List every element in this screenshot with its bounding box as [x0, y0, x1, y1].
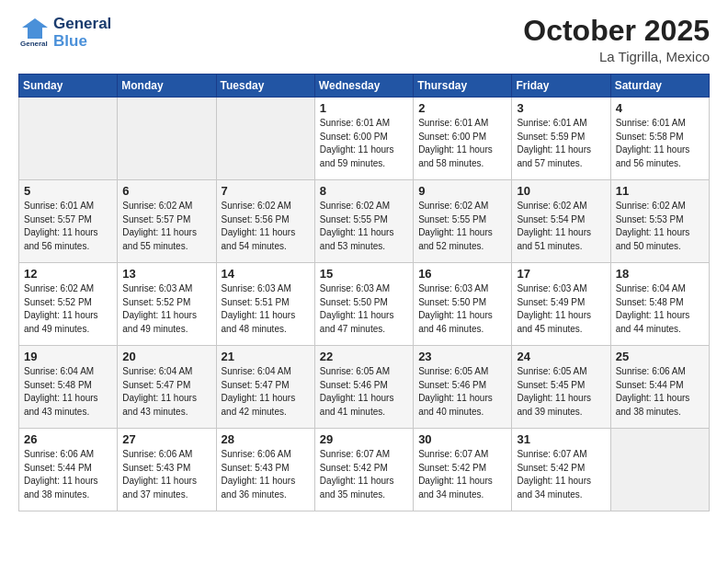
day-info: Sunrise: 6:01 AMSunset: 6:00 PMDaylight:… — [418, 117, 506, 170]
day-number: 31 — [517, 432, 605, 446]
day-number: 5 — [24, 184, 112, 198]
day-info: Sunrise: 6:03 AMSunset: 5:50 PMDaylight:… — [320, 282, 408, 336]
calendar-cell: 22Sunrise: 6:05 AMSunset: 5:46 PMDayligh… — [314, 346, 413, 429]
calendar-cell: 19Sunrise: 6:04 AMSunset: 5:48 PMDayligh… — [19, 346, 118, 429]
calendar-cell: 21Sunrise: 6:04 AMSunset: 5:47 PMDayligh… — [216, 346, 314, 429]
day-info: Sunrise: 6:04 AMSunset: 5:48 PMDaylight:… — [24, 365, 112, 419]
day-number: 13 — [122, 267, 210, 281]
calendar-cell: 8Sunrise: 6:02 AMSunset: 5:55 PMDaylight… — [314, 180, 413, 263]
logo: General General Blue — [18, 15, 111, 52]
calendar-cell: 2Sunrise: 6:01 AMSunset: 6:00 PMDaylight… — [414, 98, 512, 180]
page: General General Blue October 2025 La Tig… — [0, 0, 728, 563]
logo-icon: General — [18, 15, 51, 48]
day-number: 4 — [616, 101, 704, 115]
day-number: 26 — [24, 432, 112, 446]
header-day-saturday: Saturday — [610, 75, 709, 98]
day-info: Sunrise: 6:02 AMSunset: 5:57 PMDaylight:… — [122, 200, 210, 253]
calendar-cell: 16Sunrise: 6:03 AMSunset: 5:50 PMDayligh… — [414, 263, 512, 346]
day-info: Sunrise: 6:01 AMSunset: 5:58 PMDaylight:… — [616, 117, 704, 170]
title-block: October 2025 La Tigrilla, Mexico — [523, 15, 710, 64]
header: General General Blue October 2025 La Tig… — [18, 15, 710, 64]
header-day-wednesday: Wednesday — [314, 75, 413, 98]
calendar-cell — [118, 98, 216, 180]
day-info: Sunrise: 6:02 AMSunset: 5:55 PMDaylight:… — [418, 200, 506, 253]
calendar-cell: 3Sunrise: 6:01 AMSunset: 5:59 PMDaylight… — [512, 98, 610, 180]
day-info: Sunrise: 6:06 AMSunset: 5:43 PMDaylight:… — [122, 448, 210, 501]
calendar-cell: 31Sunrise: 6:07 AMSunset: 5:42 PMDayligh… — [512, 429, 610, 511]
day-number: 15 — [320, 267, 408, 281]
day-info: Sunrise: 6:04 AMSunset: 5:47 PMDaylight:… — [222, 365, 310, 419]
day-number: 24 — [517, 350, 605, 363]
day-number: 14 — [222, 267, 310, 281]
header-day-tuesday: Tuesday — [216, 75, 314, 98]
day-number: 3 — [517, 101, 605, 115]
header-day-thursday: Thursday — [414, 75, 512, 98]
day-number: 16 — [418, 267, 506, 281]
day-number: 11 — [616, 184, 704, 198]
day-number: 28 — [222, 432, 310, 446]
calendar-cell: 24Sunrise: 6:05 AMSunset: 5:45 PMDayligh… — [512, 346, 610, 429]
day-number: 12 — [24, 267, 112, 281]
day-number: 6 — [122, 184, 210, 198]
calendar-cell: 1Sunrise: 6:01 AMSunset: 6:00 PMDaylight… — [314, 98, 413, 180]
day-number: 21 — [222, 350, 310, 363]
day-info: Sunrise: 6:06 AMSunset: 5:44 PMDaylight:… — [24, 448, 112, 501]
calendar-cell: 18Sunrise: 6:04 AMSunset: 5:48 PMDayligh… — [610, 263, 709, 346]
calendar-cell: 23Sunrise: 6:05 AMSunset: 5:46 PMDayligh… — [414, 346, 512, 429]
location: La Tigrilla, Mexico — [523, 49, 710, 64]
calendar-cell: 27Sunrise: 6:06 AMSunset: 5:43 PMDayligh… — [118, 429, 216, 511]
day-number: 10 — [517, 184, 605, 198]
calendar-cell: 30Sunrise: 6:07 AMSunset: 5:42 PMDayligh… — [414, 429, 512, 511]
day-info: Sunrise: 6:01 AMSunset: 5:57 PMDaylight:… — [24, 200, 112, 253]
day-info: Sunrise: 6:02 AMSunset: 5:52 PMDaylight:… — [24, 282, 112, 336]
day-info: Sunrise: 6:03 AMSunset: 5:50 PMDaylight:… — [418, 282, 506, 336]
calendar-cell: 12Sunrise: 6:02 AMSunset: 5:52 PMDayligh… — [19, 263, 118, 346]
calendar-cell: 25Sunrise: 6:06 AMSunset: 5:44 PMDayligh… — [610, 346, 709, 429]
day-info: Sunrise: 6:02 AMSunset: 5:56 PMDaylight:… — [222, 200, 310, 253]
calendar-cell: 4Sunrise: 6:01 AMSunset: 5:58 PMDaylight… — [610, 98, 709, 180]
calendar-cell: 17Sunrise: 6:03 AMSunset: 5:49 PMDayligh… — [512, 263, 610, 346]
day-info: Sunrise: 6:06 AMSunset: 5:43 PMDaylight:… — [222, 448, 310, 501]
day-info: Sunrise: 6:03 AMSunset: 5:51 PMDaylight:… — [222, 282, 310, 336]
svg-marker-1 — [22, 18, 48, 39]
calendar-cell: 7Sunrise: 6:02 AMSunset: 5:56 PMDaylight… — [216, 180, 314, 263]
calendar-cell: 26Sunrise: 6:06 AMSunset: 5:44 PMDayligh… — [19, 429, 118, 511]
day-info: Sunrise: 6:02 AMSunset: 5:53 PMDaylight:… — [616, 200, 704, 253]
day-number: 20 — [122, 350, 210, 363]
day-number: 25 — [616, 350, 704, 363]
day-number: 1 — [320, 101, 408, 115]
calendar-cell: 11Sunrise: 6:02 AMSunset: 5:53 PMDayligh… — [610, 180, 709, 263]
header-day-monday: Monday — [118, 75, 216, 98]
day-info: Sunrise: 6:02 AMSunset: 5:54 PMDaylight:… — [517, 200, 605, 253]
calendar-cell: 9Sunrise: 6:02 AMSunset: 5:55 PMDaylight… — [414, 180, 512, 263]
day-info: Sunrise: 6:07 AMSunset: 5:42 PMDaylight:… — [517, 448, 605, 501]
day-number: 7 — [222, 184, 310, 198]
month-title: October 2025 — [523, 15, 710, 47]
calendar-cell: 29Sunrise: 6:07 AMSunset: 5:42 PMDayligh… — [314, 429, 413, 511]
day-number: 2 — [418, 101, 506, 115]
day-info: Sunrise: 6:01 AMSunset: 5:59 PMDaylight:… — [517, 117, 605, 170]
day-info: Sunrise: 6:02 AMSunset: 5:55 PMDaylight:… — [320, 200, 408, 253]
calendar-cell: 10Sunrise: 6:02 AMSunset: 5:54 PMDayligh… — [512, 180, 610, 263]
logo-text-line2: Blue — [53, 33, 111, 51]
calendar-cell: 28Sunrise: 6:06 AMSunset: 5:43 PMDayligh… — [216, 429, 314, 511]
day-info: Sunrise: 6:07 AMSunset: 5:42 PMDaylight:… — [320, 448, 408, 501]
calendar-cell — [610, 429, 709, 511]
day-info: Sunrise: 6:06 AMSunset: 5:44 PMDaylight:… — [616, 365, 704, 419]
calendar-table: SundayMondayTuesdayWednesdayThursdayFrid… — [18, 74, 710, 511]
day-number: 18 — [616, 267, 704, 281]
day-info: Sunrise: 6:05 AMSunset: 5:46 PMDaylight:… — [320, 365, 408, 419]
day-info: Sunrise: 6:01 AMSunset: 6:00 PMDaylight:… — [320, 117, 408, 170]
calendar-cell — [216, 98, 314, 180]
day-info: Sunrise: 6:03 AMSunset: 5:52 PMDaylight:… — [122, 282, 210, 336]
day-number: 23 — [418, 350, 506, 363]
day-number: 27 — [122, 432, 210, 446]
day-info: Sunrise: 6:04 AMSunset: 5:48 PMDaylight:… — [616, 282, 704, 336]
logo-text-line1: General — [53, 16, 111, 33]
day-info: Sunrise: 6:05 AMSunset: 5:46 PMDaylight:… — [418, 365, 506, 419]
day-number: 8 — [320, 184, 408, 198]
calendar-cell: 14Sunrise: 6:03 AMSunset: 5:51 PMDayligh… — [216, 263, 314, 346]
day-info: Sunrise: 6:07 AMSunset: 5:42 PMDaylight:… — [418, 448, 506, 501]
day-number: 19 — [24, 350, 112, 363]
day-info: Sunrise: 6:03 AMSunset: 5:49 PMDaylight:… — [517, 282, 605, 336]
